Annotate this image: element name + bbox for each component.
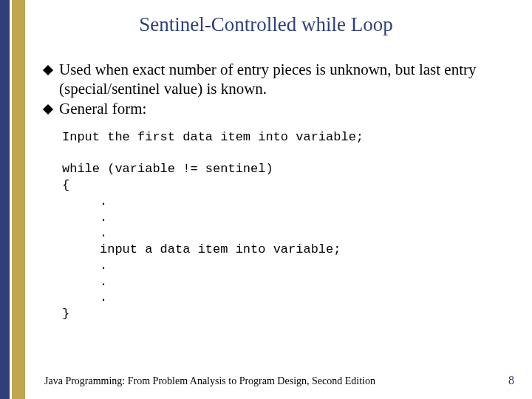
- bullet-text: Used when exact number of entry pieces i…: [59, 61, 511, 98]
- stripe-gold: [12, 0, 25, 399]
- stripe-blue: [0, 0, 10, 399]
- page-number: 8: [508, 374, 514, 387]
- diamond-bullet-icon: [43, 104, 53, 115]
- bullet-text: General form:: [59, 100, 511, 119]
- slide: Sentinel-Controlled while Loop Used when…: [0, 0, 532, 399]
- footer-text: Java Programming: From Problem Analysis …: [44, 375, 375, 387]
- diamond-bullet-icon: [43, 65, 53, 75]
- slide-title: Sentinel-Controlled while Loop: [0, 13, 532, 36]
- slide-body: Used when exact number of entry pieces i…: [44, 61, 511, 322]
- bullet-item: Used when exact number of entry pieces i…: [44, 61, 511, 98]
- code-block: Input the first data item into variable;…: [62, 129, 511, 322]
- left-stripe: [0, 0, 25, 399]
- bullet-item: General form:: [44, 100, 511, 119]
